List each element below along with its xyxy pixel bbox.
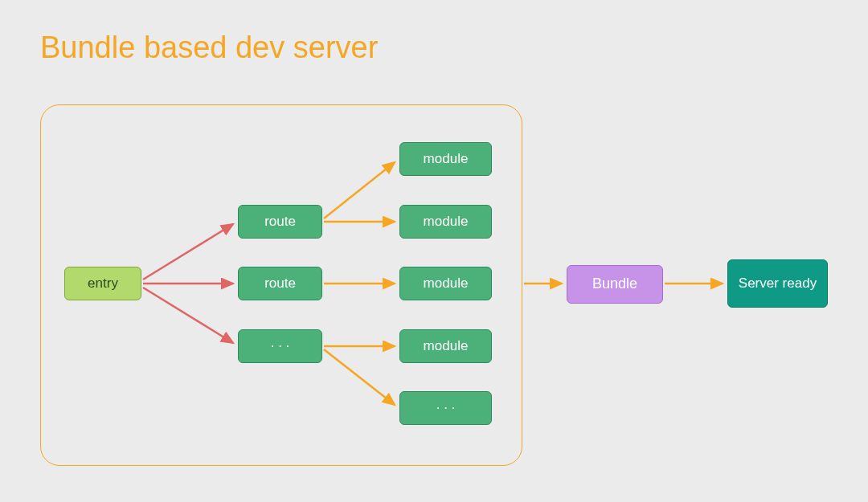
route-node-ellipsis: · · · [238, 329, 322, 363]
route-node-1: route [238, 205, 322, 239]
bundle-node: Bundle [567, 265, 663, 304]
route-node-2: route [238, 267, 322, 300]
module-node-2: module [399, 205, 492, 239]
module-node-1: module [399, 142, 492, 176]
module-node-ellipsis: · · · [399, 391, 492, 425]
module-node-4: module [399, 329, 492, 363]
entry-node: entry [64, 267, 141, 300]
module-node-3: module [399, 267, 492, 300]
diagram-title: Bundle based dev server [40, 31, 378, 65]
server-ready-node: Server ready [727, 259, 828, 308]
